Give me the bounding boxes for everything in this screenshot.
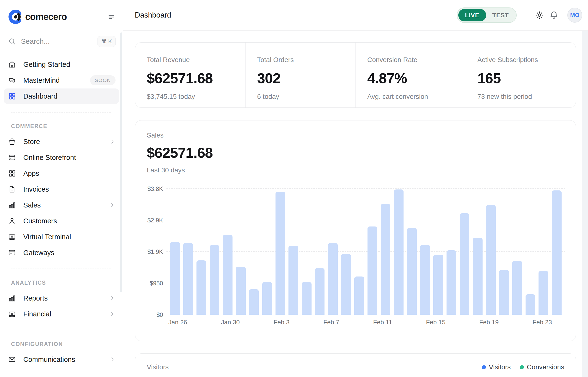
sidebar-item-apps[interactable]: Apps: [4, 166, 119, 181]
sidebar-item-label: Sales: [23, 201, 41, 209]
x-tick-label: [445, 318, 457, 326]
visitors-card: Visitors Visitors Conversions 7,058: [135, 353, 576, 377]
sidebar-item-getting-started[interactable]: Getting Started: [4, 57, 119, 72]
x-tick-label: Feb 23: [533, 318, 552, 326]
x-tick-label: [552, 318, 563, 326]
chevron-right-icon: [109, 295, 116, 301]
bar-cell: [550, 189, 563, 315]
x-tick-label: [468, 318, 479, 326]
live-toggle-option[interactable]: LIVE: [458, 9, 486, 21]
sidebar-scrollbar[interactable]: [120, 33, 122, 292]
visitors-title: Visitors: [147, 363, 169, 371]
sidebar-item-label: Dashboard: [23, 92, 57, 100]
sales-bar: [381, 204, 390, 315]
notifications-button[interactable]: [547, 8, 561, 22]
x-tick-label: [240, 318, 251, 326]
stat-label: Total Revenue: [147, 56, 234, 64]
soon-badge: SOON: [90, 75, 116, 85]
sales-bar: [433, 255, 443, 315]
search-input[interactable]: Search... ⌘ K: [8, 35, 116, 47]
sales-bar: [170, 242, 180, 315]
sidebar-item-reports[interactable]: Reports: [4, 290, 119, 306]
stat-label: Total Orders: [257, 56, 344, 64]
chart-legend: Visitors Conversions: [482, 363, 564, 371]
bar-cell: [458, 189, 471, 315]
chevron-right-icon: [109, 202, 116, 208]
sidebar-item-dashboard[interactable]: Dashboard: [4, 88, 119, 104]
x-tick-label: [392, 318, 403, 326]
sales-bar: [407, 228, 417, 315]
test-toggle-option[interactable]: TEST: [486, 12, 515, 19]
sidebar-divider: [11, 112, 111, 113]
app-window: comecero Search... ⌘ K Getting S: [0, 0, 588, 377]
bar-cell: [366, 189, 379, 315]
person-icon: [8, 217, 17, 225]
home-icon: [8, 60, 17, 69]
section-title-commerce: COMMERCE: [11, 123, 123, 130]
sidebar-item-virtual-terminal[interactable]: Virtual Terminal: [4, 229, 119, 245]
y-tick-label: $2.9K: [147, 217, 163, 223]
x-tick-label: [289, 318, 301, 326]
sales-bar: [354, 276, 364, 315]
user-avatar[interactable]: MO: [567, 8, 582, 23]
x-tick-label: [521, 318, 533, 326]
sales-bar: [197, 260, 206, 315]
bar-cell: [247, 189, 261, 315]
legend-item-conversions: Conversions: [520, 363, 564, 371]
x-tick-label: [510, 318, 521, 326]
grid-icon: [8, 169, 17, 178]
search-icon: [8, 37, 16, 46]
bar-cell: [484, 189, 498, 315]
sales-bar: [367, 226, 377, 315]
sidebar-item-store[interactable]: Store: [4, 134, 119, 149]
chevron-right-icon: [109, 139, 116, 145]
bar-cell: [432, 189, 445, 315]
sidebar-item-financial[interactable]: Financial: [4, 306, 119, 322]
sales-bar: [460, 213, 470, 315]
sales-subtitle: Last 30 days: [147, 166, 564, 174]
sales-bar-chart: $0$950$1.9K$2.9K$3.8K Jan 26Jan 30Feb 3F…: [135, 180, 576, 326]
sidebar-item-customers[interactable]: Customers: [4, 213, 119, 229]
chevron-right-icon: [109, 311, 116, 317]
x-tick-label: [251, 318, 262, 326]
cash-icon: [8, 310, 17, 318]
y-tick-label: $3.8K: [147, 186, 163, 192]
sales-card-header: Sales $62571.68 Last 30 days: [135, 120, 576, 180]
sales-bar: [223, 235, 233, 315]
bar-cell: [195, 189, 208, 315]
sidebar-item-mastermind[interactable]: MasterMind SOON: [4, 73, 119, 88]
bar-cell: [182, 189, 195, 315]
bar-cell: [300, 189, 313, 315]
x-tick-label: Feb 19: [479, 318, 499, 326]
bar-cell: [471, 189, 484, 315]
stat-value: 302: [257, 70, 344, 87]
cash-icon: [8, 233, 17, 241]
x-tick-label: Feb 3: [274, 318, 290, 326]
sidebar-item-invoices[interactable]: Invoices: [4, 182, 119, 197]
bar-cell: [208, 189, 221, 315]
sidebar-item-online-storefront[interactable]: Online Storefront: [4, 150, 119, 165]
sales-bar: [486, 205, 496, 315]
stat-value: 165: [477, 70, 565, 87]
x-tick-label: [403, 318, 415, 326]
sidebar-item-communications[interactable]: Communications: [4, 352, 119, 367]
bar-cell: [445, 189, 458, 315]
sidebar-item-label: Customers: [23, 217, 57, 225]
stat-label: Conversion Rate: [367, 56, 454, 64]
sales-bar: [526, 294, 535, 315]
sales-bar: [262, 282, 272, 315]
chart-y-axis: $0$950$1.9K$2.9K$3.8K: [146, 189, 166, 315]
sidebar-item-sales[interactable]: Sales: [4, 197, 119, 213]
legend-dot-blue: [482, 365, 486, 369]
sidebar-item-label: Financial: [23, 310, 51, 318]
bar-cell: [274, 189, 287, 315]
x-tick-label: [198, 318, 210, 326]
page-scrollbar[interactable]: [582, 31, 588, 377]
theme-toggle-button[interactable]: [532, 8, 547, 22]
collapse-sidebar-icon[interactable]: [107, 13, 116, 21]
section-title-analytics: ANALYTICS: [11, 280, 123, 286]
sidebar-item-gateways[interactable]: Gateways: [4, 245, 119, 260]
bar-cell: [524, 189, 537, 315]
environment-toggle[interactable]: LIVE TEST: [457, 7, 517, 23]
sidebar-item-label: Communications: [23, 356, 75, 364]
